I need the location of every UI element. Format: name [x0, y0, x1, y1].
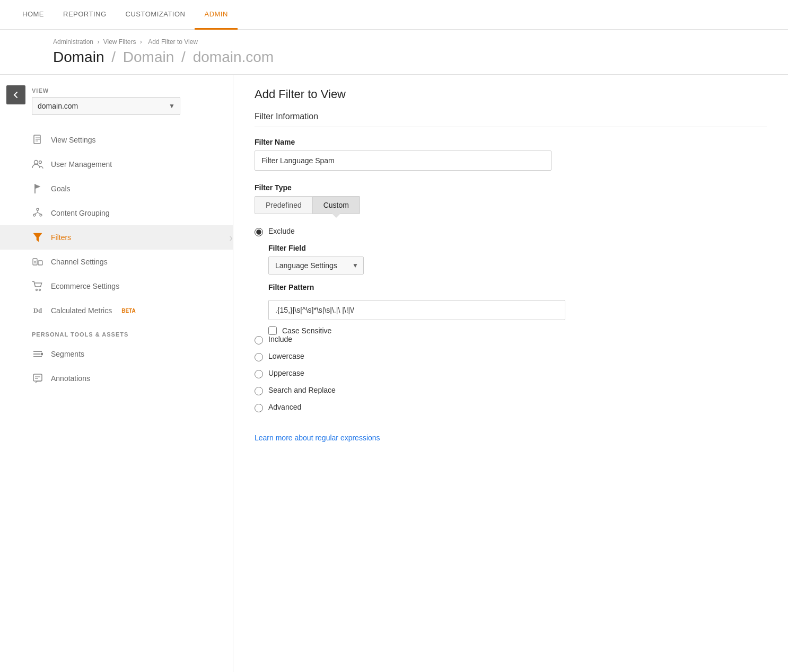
filter-name-group: Filter Name	[255, 138, 767, 171]
sidebar-item-channel-settings-label: Channel Settings	[51, 258, 108, 266]
cart-icon	[32, 280, 43, 292]
filter-icon	[32, 232, 43, 243]
channel-icon	[32, 256, 43, 268]
radio-include-item: Include	[255, 335, 767, 344]
nav-home[interactable]: HOME	[13, 0, 54, 30]
svg-point-12	[36, 289, 38, 291]
sidebar-item-segments-label: Segments	[51, 350, 84, 358]
sidebar-item-view-settings-label: View Settings	[51, 136, 96, 144]
sidebar-item-annotations[interactable]: Annotations	[0, 366, 233, 391]
flag-icon	[32, 183, 43, 194]
sidebar-item-goals[interactable]: Goals	[0, 176, 233, 201]
annotations-icon	[32, 373, 43, 384]
radio-search-replace[interactable]	[255, 387, 263, 395]
radio-uppercase-label[interactable]: Uppercase	[268, 369, 304, 377]
document-icon	[32, 134, 43, 146]
case-sensitive-label[interactable]: Case Sensitive	[282, 326, 331, 335]
radio-advanced-label[interactable]: Advanced	[268, 403, 301, 411]
radio-advanced-item: Advanced	[255, 403, 767, 412]
radio-exclude[interactable]	[255, 228, 263, 236]
filter-field-label: Filter Field	[268, 244, 767, 252]
svg-point-2	[39, 161, 42, 164]
nav-customization[interactable]: CUSTOMIZATION	[116, 0, 195, 30]
nav-reporting[interactable]: REPORTING	[54, 0, 116, 30]
radio-lowercase-label[interactable]: Lowercase	[268, 352, 304, 360]
filter-type-custom-button[interactable]: Custom	[313, 196, 360, 214]
sidebar-item-filters[interactable]: Filters ›	[0, 225, 233, 250]
view-selector-wrap: domain.com ▼	[0, 97, 233, 123]
radio-include-label[interactable]: Include	[268, 335, 292, 343]
radio-search-replace-label[interactable]: Search and Replace	[268, 386, 336, 394]
people-icon	[32, 158, 43, 170]
svg-rect-8	[33, 259, 37, 265]
top-navigation: HOME REPORTING CUSTOMIZATION ADMIN	[0, 0, 788, 30]
case-sensitive-checkbox[interactable]	[268, 326, 277, 335]
filter-nested-options: Filter Field Language Settings ▼ Filter …	[268, 244, 767, 335]
svg-point-6	[40, 214, 42, 216]
sidebar-nav: View Settings User Management	[0, 128, 233, 391]
filter-pattern-label: Filter Pattern	[268, 283, 767, 291]
svg-rect-9	[38, 261, 42, 265]
content-title: Add Filter to View	[255, 87, 767, 101]
sidebar-item-user-management[interactable]: User Management	[0, 152, 233, 176]
back-button[interactable]	[6, 85, 25, 104]
filter-name-input[interactable]	[255, 151, 551, 171]
filter-field-select-wrap: Language Settings ▼	[268, 257, 364, 275]
breadcrumb-sep2: ›	[140, 38, 144, 46]
svg-point-13	[39, 289, 41, 291]
svg-point-4	[37, 208, 39, 210]
svg-point-1	[34, 161, 38, 164]
radio-include[interactable]	[255, 336, 263, 344]
radio-lowercase[interactable]	[255, 353, 263, 361]
sidebar-item-content-grouping-label: Content Grouping	[51, 209, 110, 217]
radio-uppercase-item: Uppercase	[255, 369, 767, 378]
filter-information-section-title: Filter Information	[255, 112, 767, 127]
case-sensitive-group: Case Sensitive	[268, 326, 767, 335]
active-chevron-icon: ›	[229, 232, 233, 244]
filter-name-label: Filter Name	[255, 138, 767, 146]
personal-tools-section-label: PERSONAL TOOLS & ASSETS	[0, 323, 233, 342]
filter-type-label: Filter Type	[255, 183, 767, 192]
beta-text: BETA	[121, 308, 135, 314]
page-header: Administration › View Filters › Add Filt…	[0, 30, 788, 75]
filter-field-select[interactable]: Language Settings	[268, 257, 364, 275]
sidebar-item-view-settings[interactable]: View Settings	[0, 128, 233, 152]
view-select-container: domain.com ▼	[32, 97, 180, 115]
breadcrumb-view-filters[interactable]: View Filters	[103, 38, 136, 46]
dd-icon: Dd	[32, 305, 43, 316]
content-area: Add Filter to View Filter Information Fi…	[233, 75, 788, 672]
sidebar-item-calculated-metrics-label: Calculated Metrics	[51, 306, 112, 315]
main-layout: VIEW domain.com ▼ View Settings	[0, 75, 788, 672]
radio-exclude-item: Exclude	[255, 227, 767, 236]
radio-exclude-label[interactable]: Exclude	[268, 227, 295, 235]
filter-type-predefined-button[interactable]: Predefined	[255, 196, 313, 214]
sidebar-item-channel-settings[interactable]: Channel Settings	[0, 250, 233, 274]
sidebar-item-filters-label: Filters	[51, 233, 71, 242]
svg-marker-7	[33, 233, 42, 242]
filter-type-buttons: Predefined Custom	[255, 196, 767, 214]
sidebar-item-user-management-label: User Management	[51, 160, 112, 169]
sidebar-item-content-grouping[interactable]: Content Grouping	[0, 201, 233, 225]
radio-uppercase[interactable]	[255, 370, 263, 378]
sidebar-item-annotations-label: Annotations	[51, 374, 90, 383]
radio-advanced[interactable]	[255, 404, 263, 412]
learn-more-link[interactable]: Learn more about regular expressions	[255, 434, 380, 442]
sidebar-item-ecommerce-settings[interactable]: Ecommerce Settings	[0, 274, 233, 298]
page-title: Domain / Domain / domain.com	[53, 49, 775, 66]
filter-pattern-group: Filter Pattern	[268, 283, 767, 320]
filter-radio-group: Exclude Filter Field Language Settings ▼…	[255, 227, 767, 412]
view-label: VIEW	[0, 83, 233, 97]
breadcrumb-current: Add Filter to View	[148, 38, 198, 46]
radio-lowercase-item: Lowercase	[255, 352, 767, 361]
svg-point-17	[41, 353, 43, 356]
nav-admin[interactable]: ADMIN	[195, 0, 237, 30]
breadcrumb: Administration › View Filters › Add Filt…	[53, 38, 775, 46]
breadcrumb-administration[interactable]: Administration	[53, 38, 93, 46]
filter-type-group: Filter Type Predefined Custom	[255, 183, 767, 214]
filter-pattern-input[interactable]	[268, 300, 565, 320]
sidebar-item-calculated-metrics[interactable]: Dd Calculated Metrics true BETA	[0, 298, 233, 323]
page-title-sub1: Domain	[123, 49, 174, 65]
page-title-slash1: /	[111, 49, 120, 65]
view-select[interactable]: domain.com	[32, 97, 180, 115]
sidebar-item-segments[interactable]: Segments	[0, 342, 233, 366]
